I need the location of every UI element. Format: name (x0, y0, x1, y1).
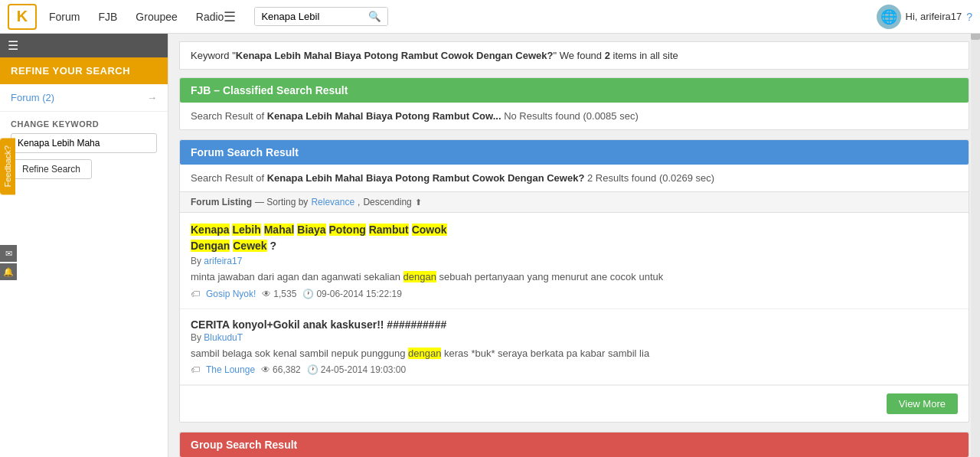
keyword-bar-keyword: Kenapa Lebih Mahal Biaya Potong Rambut C… (236, 50, 554, 61)
title-question: ? (270, 240, 276, 252)
nav-radio[interactable]: Radio (196, 11, 224, 23)
result-2-author[interactable]: BlukuduT (204, 332, 243, 343)
help-icon[interactable]: ? (966, 11, 972, 23)
title-word-biaya: Biaya (297, 224, 325, 236)
view-more-bar: View More (180, 385, 969, 422)
title-word-rambut: Rambut (369, 224, 409, 236)
sort-order: Descending (363, 197, 411, 207)
main-container: ☰ REFINE YOUR SEARCH Forum (2) → CHANGE … (0, 34, 980, 457)
result-2-tag[interactable]: The Lounge (206, 364, 255, 375)
title-word-cewek: Cewek (233, 240, 266, 252)
result-1-by: By arifeira17 (191, 256, 958, 266)
group-section: Group Search Result Search Result of Ken… (179, 432, 969, 457)
title-word-mahal: Mahal (264, 224, 295, 236)
result-2-meta: 🏷 The Lounge 👁 66,382 🕐 24-05-2014 19:03… (191, 364, 958, 375)
sort-direction-icon[interactable]: ⬆ (415, 197, 422, 207)
header: K Forum FJB Groupee Radio ☰ 🔍 🌐 Hi, arif… (0, 0, 980, 34)
refine-header: REFINE YOUR SEARCH (0, 57, 168, 84)
sidebar-toggle[interactable]: ☰ (0, 34, 168, 57)
nav-groupee[interactable]: Groupee (136, 11, 177, 23)
logo[interactable]: K (8, 4, 37, 30)
forum-search-header: Forum Search Result (180, 140, 969, 165)
forum-listing-separator: — Sorting by (255, 197, 308, 207)
keyword-bar-prefix: Keyword " (191, 50, 236, 61)
forum-arrow-icon: → (147, 92, 157, 103)
hamburger-icon[interactable]: ☰ (224, 8, 236, 25)
fjb-keyword-short: Kenapa Lebih Mahal Biaya Potong Rambut C… (267, 110, 501, 122)
forum-result-item: Kenapa Lebih Mahal Biaya Potong Rambut C… (180, 213, 969, 309)
sidebar-toggle-icon: ☰ (8, 38, 18, 53)
eye-icon-1: 👁 (262, 289, 271, 299)
keyword-bar-suffix: " We found (553, 50, 604, 61)
result-2-view-count: 👁 66,382 (261, 364, 301, 375)
forum-listing-label: Forum Listing (191, 197, 252, 207)
result-1-author[interactable]: arifeira17 (204, 256, 242, 266)
avatar-image: 🌐 (880, 8, 897, 25)
eye-icon-2: 👁 (261, 364, 270, 375)
user-greeting: Hi, arifeira17 (906, 11, 962, 22)
result-2-snippet-pre: sambil belaga sok kenal sambil nepuk pun… (191, 348, 408, 359)
result-2-snippet: sambil belaga sok kenal sambil nepuk pun… (191, 346, 958, 361)
feedback-tab[interactable]: Feedback? (0, 138, 15, 194)
result-2-by: By BlukuduT (191, 332, 958, 343)
result-1-snippet: minta jawaban dari agan dan aganwati sek… (191, 269, 958, 285)
fjb-no-results: No Results found (0.0085 sec) (504, 110, 639, 122)
forum-search-prefix: Search Result of (191, 172, 267, 184)
side-icon-1[interactable]: ✉ (0, 245, 17, 262)
header-right: 🌐 Hi, arifeira17 ? (877, 5, 973, 29)
scrollbar[interactable] (971, 0, 980, 457)
left-sidebar: ☰ REFINE YOUR SEARCH Forum (2) → CHANGE … (0, 34, 168, 457)
result-1-view-count: 👁 1,535 (262, 289, 296, 299)
keyword-input[interactable] (11, 133, 157, 153)
title-word-kenapa: Kenapa (191, 224, 230, 236)
title-word-potong: Potong (329, 224, 366, 236)
keyword-bar: Keyword "Kenapa Lebih Mahal Biaya Potong… (179, 41, 969, 70)
side-icons: ✉ 🔔 (0, 245, 17, 280)
change-keyword-section: CHANGE KEYWORD Refine Search (0, 112, 168, 187)
result-1-snippet-pre: minta jawaban dari agan dan aganwati sek… (191, 271, 403, 282)
result-2-snippet-highlight: dengan (408, 348, 441, 359)
keyword-bar-count-suffix: items in all site (610, 50, 678, 61)
fjb-section: FJB – Classified Search Result Search Re… (179, 77, 969, 130)
forum-filter-label: Forum (2) (11, 92, 54, 103)
nav-links: Forum FJB Groupee Radio (49, 11, 224, 23)
result-1-tag[interactable]: Gosip Nyok! (206, 289, 256, 299)
result-2-snippet-post: keras *buk* seraya berkata pa kabar samb… (441, 348, 649, 359)
content-area: Keyword "Kenapa Lebih Mahal Biaya Potong… (168, 34, 980, 457)
tag-icon-2: 🏷 (191, 364, 200, 375)
nav-fjb[interactable]: FJB (98, 11, 117, 23)
result-1-snippet-post: sebuah pertanyaan yang menurut ane cocok… (436, 271, 663, 282)
forum-search-keyword: Kenapa Lebih Mahal Biaya Potong Rambut C… (267, 172, 585, 184)
forum-section: Forum (2) → (0, 84, 168, 112)
keyword-bar-count: 2 (605, 50, 610, 61)
forum-filter-link[interactable]: Forum (2) → (11, 92, 157, 103)
title-word-lebih: Lebih (232, 224, 260, 236)
group-section-header: Group Search Result (180, 433, 969, 457)
clock-icon-2: 🕐 (307, 364, 318, 375)
nav-forum[interactable]: Forum (49, 11, 80, 23)
forum-results-found: 2 Results found (0.0269 sec) (587, 172, 714, 184)
search-input[interactable] (255, 8, 362, 25)
result-1-meta: 🏷 Gosip Nyok! 👁 1,535 🕐 09-06-2014 15:22… (191, 289, 958, 299)
refine-search-button[interactable]: Refine Search (11, 159, 92, 179)
result-2-title-link[interactable]: CERITA konyol+Gokil anak kaskuser!! ####… (191, 318, 446, 331)
logo-icon: K (17, 8, 28, 25)
result-1-snippet-highlight: dengan (403, 271, 436, 282)
sort-by-relevance[interactable]: Relevance (311, 197, 354, 207)
clock-icon-1: 🕐 (302, 289, 314, 299)
forum-result-item-2: CERITA konyol+Gokil anak kaskuser!! ####… (180, 309, 969, 386)
result-1-date: 🕐 09-06-2014 15:22:19 (302, 289, 401, 299)
fjb-section-header: FJB – Classified Search Result (180, 78, 969, 103)
search-button[interactable]: 🔍 (362, 8, 387, 25)
fjb-search-prefix: Search Result of (191, 110, 267, 122)
forum-listing-bar: Forum Listing — Sorting by Relevance, De… (180, 191, 969, 213)
view-more-button[interactable]: View More (887, 393, 958, 414)
result-2-date: 🕐 24-05-2014 19:03:00 (307, 364, 406, 375)
title-word-dengan: Dengan (191, 240, 230, 252)
title-word-cowok: Cowok (412, 224, 447, 236)
result-title-link[interactable]: Kenapa Lebih Mahal Biaya Potong Rambut C… (191, 224, 447, 252)
fjb-section-body: Search Result of Kenapa Lebih Mahal Biay… (180, 103, 969, 129)
search-bar: 🔍 (254, 7, 388, 26)
result-2-title-block: CERITA konyol+Gokil anak kaskuser!! ####… (191, 318, 958, 331)
side-icon-2[interactable]: 🔔 (0, 263, 17, 280)
